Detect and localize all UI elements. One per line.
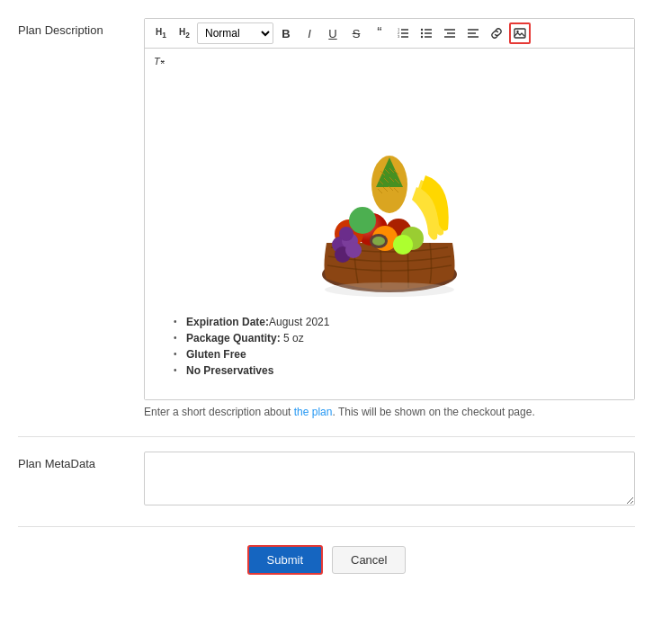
plan-description-row: Plan Description H1 H2 Normal Heading 1 … [18, 18, 635, 418]
h2-button[interactable]: H2 [174, 22, 195, 44]
svg-point-46 [393, 235, 413, 255]
underline-button[interactable]: U [322, 22, 344, 44]
bullet-list: Expiration Date:August 2021 Package Quan… [159, 316, 620, 377]
plan-description-field: H1 H2 Normal Heading 1 Heading 2 Heading… [144, 18, 635, 418]
helper-text-link: the plan [294, 406, 333, 418]
plan-description-label: Plan Description [18, 18, 144, 37]
svg-text:3: 3 [398, 34, 400, 39]
svg-point-19 [516, 31, 518, 32]
svg-point-43 [345, 242, 362, 258]
fruit-basket-image-container [159, 90, 620, 301]
metadata-textarea[interactable] [144, 452, 635, 505]
svg-point-49 [325, 282, 454, 297]
svg-point-38 [349, 207, 376, 234]
svg-point-48 [372, 237, 385, 246]
svg-rect-18 [514, 29, 525, 38]
submit-button[interactable]: Submit [247, 545, 323, 575]
indent-left-button[interactable] [439, 22, 461, 44]
quote-button[interactable]: “ [369, 22, 390, 44]
toolbar-row2: Tx [145, 49, 634, 76]
divider-2 [18, 526, 635, 527]
list-item: No Preservatives [186, 364, 620, 377]
italic-button[interactable]: I [299, 22, 320, 44]
svg-point-6 [421, 29, 423, 31]
divider-1 [18, 436, 635, 437]
fruit-basket-svg [300, 90, 479, 301]
link-button[interactable] [486, 22, 507, 44]
plan-metadata-field [144, 452, 635, 508]
svg-point-8 [421, 36, 423, 38]
image-button[interactable] [509, 22, 531, 44]
clear-format-button[interactable]: Tx [150, 50, 168, 72]
indent-right-button[interactable] [462, 22, 484, 44]
editor-content-area[interactable]: Expiration Date:August 2021 Package Quan… [145, 76, 634, 399]
actions-row: Submit Cancel [18, 545, 635, 575]
format-select[interactable]: Normal Heading 1 Heading 2 Heading 3 [197, 22, 273, 44]
list-item: Package Quantity: 5 oz [186, 332, 620, 344]
unordered-list-button[interactable] [416, 22, 437, 44]
h1-button[interactable]: H1 [150, 22, 172, 44]
list-item: Expiration Date:August 2021 [186, 316, 620, 328]
helper-text: Enter a short description about the plan… [144, 406, 635, 418]
list-item: Gluten Free [186, 348, 620, 361]
toolbar-row1: H1 H2 Normal Heading 1 Heading 2 Heading… [145, 19, 634, 49]
ordered-list-button[interactable]: 1 2 3 [392, 22, 414, 44]
cancel-button[interactable]: Cancel [332, 546, 406, 574]
plan-metadata-label: Plan MetaData [18, 452, 144, 470]
svg-point-7 [421, 32, 423, 34]
plan-metadata-row: Plan MetaData [18, 452, 635, 508]
svg-point-44 [339, 227, 353, 241]
rich-text-editor: H1 H2 Normal Heading 1 Heading 2 Heading… [144, 18, 635, 400]
strikethrough-button[interactable]: S [345, 22, 367, 44]
bold-button[interactable]: B [275, 22, 297, 44]
